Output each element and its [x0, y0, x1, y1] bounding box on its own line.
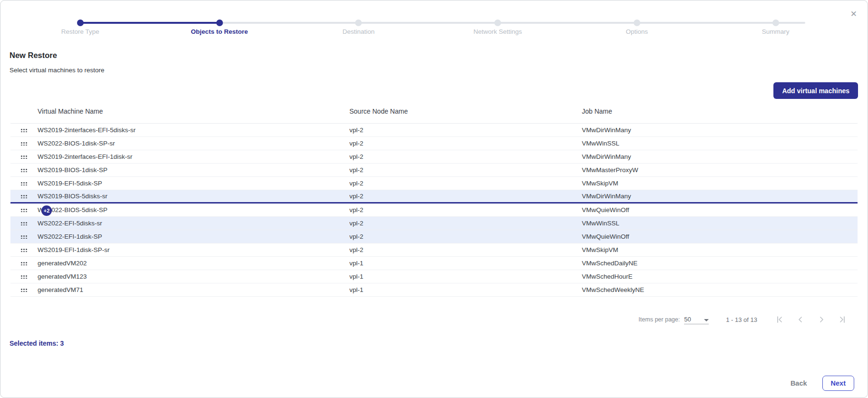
source-node-cell: vpl-2 [349, 233, 582, 240]
step-dot-destination[interactable] [355, 19, 362, 26]
chevron-down-icon [704, 319, 709, 321]
vm-name-cell: generatedVM202 [38, 260, 349, 267]
drag-handle-icon[interactable] [20, 208, 28, 212]
job-name-cell: VMwDirWinMany [582, 126, 858, 134]
step-label-summary: Summary [762, 28, 790, 35]
step-dot-summary[interactable] [772, 19, 779, 26]
first-page-icon[interactable] [775, 315, 784, 324]
table-row[interactable]: WS2019-BIOS-5disks-srvpl-2VMwDirWinMany [10, 190, 858, 204]
table-row[interactable]: generatedVM123vpl-1VMwSchedHourE [10, 270, 858, 283]
source-node-cell: vpl-2 [349, 153, 582, 160]
vm-name-cell: WS2022-EFI-5disks-sr [38, 220, 349, 227]
job-name-cell: VMwWinSSL [582, 220, 858, 227]
job-name-cell: VMwDirWinMany [582, 193, 858, 200]
paginator: Items per page: 50 1 - 13 of 13 [638, 312, 847, 327]
drag-handle-icon[interactable] [20, 261, 28, 265]
drag-handle-cell [10, 234, 38, 239]
drag-handle-icon[interactable] [20, 155, 28, 159]
job-name-cell: VMwDirWinMany [582, 153, 858, 160]
drag-handle-icon[interactable] [20, 274, 28, 279]
vm-name-cell: WS2019-BIOS-5disks-sr [38, 193, 349, 200]
table-row[interactable]: WS2019-EFI-1disk-SP-srvpl-2VMwSkipVM [10, 243, 858, 257]
job-name-cell: VMwQuieWinOff [582, 206, 858, 214]
drag-handle-icon[interactable] [20, 128, 28, 132]
source-node-cell: vpl-1 [349, 273, 582, 280]
step-label-objects-to-restore: Objects to Restore [191, 28, 248, 35]
previous-page-icon[interactable] [796, 315, 805, 324]
drag-handle-icon[interactable] [20, 141, 28, 146]
job-name-cell: VMwWinSSL [582, 140, 858, 147]
table-row[interactable]: WS2019-2interfaces-EFI-1disk-srvpl-2VMwD… [10, 150, 858, 164]
page-subtitle: Select virtual machines to restore [10, 67, 105, 74]
step-label-options: Options [626, 28, 648, 35]
footer: Back Next [788, 376, 854, 391]
table-row[interactable]: WS2022-BIOS-1disk-SP-srvpl-2VMwWinSSL [10, 137, 858, 150]
drag-handle-cell [10, 248, 38, 252]
table-row[interactable]: WS2022-EFI-1disk-SPvpl-2VMwQuieWinOff [10, 230, 858, 243]
new-restore-dialog: Restore TypeObjects to RestoreDestinatio… [0, 0, 868, 398]
paginator-nav [775, 315, 847, 324]
table-row[interactable]: WS2019-BIOS-1disk-SPvpl-2VMwMasterProxyW [10, 164, 858, 177]
stepper-connector [220, 22, 359, 24]
next-page-icon[interactable] [817, 315, 826, 324]
vm-name-cell: WS2019-EFI-5disk-SP [38, 180, 349, 187]
column-header-vm-name: Virtual Machine Name [38, 107, 349, 115]
step-dot-network-settings[interactable] [494, 19, 501, 26]
page-title: New Restore [10, 51, 57, 60]
step-dot-restore-type[interactable] [77, 19, 84, 26]
step-label-destination: Destination [343, 28, 375, 35]
items-per-page-select[interactable]: 50 [684, 315, 709, 324]
drag-handle-cell [10, 141, 38, 146]
drag-handle-icon[interactable] [20, 248, 28, 252]
drag-handle-cell [10, 274, 38, 279]
drag-handle-cell [10, 155, 38, 159]
table-row[interactable]: WS2019-2interfaces-EFI-5disks-srvpl-2VMw… [10, 124, 858, 137]
close-icon[interactable]: ✕ [850, 10, 857, 18]
vm-table: Virtual Machine Name Source Node Name Jo… [10, 99, 858, 297]
drag-handle-icon[interactable] [20, 234, 28, 239]
source-node-cell: vpl-2 [349, 166, 582, 174]
stepper-connector [776, 22, 805, 24]
last-page-icon[interactable] [838, 315, 847, 324]
vm-name-cell: WS2019-BIOS-1disk-SP [38, 166, 349, 174]
stepper-connector [637, 22, 776, 24]
vm-name-cell: WS2022-EFI-1disk-SP [38, 233, 349, 240]
drag-handle-icon[interactable] [20, 221, 28, 225]
table-row[interactable]: generatedVM71vpl-1VMwSchedWeeklyNE [10, 283, 858, 297]
drag-handle-icon[interactable] [20, 194, 28, 198]
table-row[interactable]: WS2022-BIOS-5disk-SPvpl-2VMwQuieWinOff+2 [10, 204, 858, 217]
drag-handle-icon[interactable] [20, 181, 28, 185]
table-row[interactable]: generatedVM202vpl-1VMwSchedDailyNE [10, 257, 858, 270]
source-node-cell: vpl-2 [349, 193, 582, 200]
step-dot-objects-to-restore[interactable] [216, 19, 223, 26]
job-name-cell: VMwSchedHourE [582, 273, 858, 280]
paginator-range-label: 1 - 13 of 13 [726, 316, 757, 323]
items-per-page-label: Items per page: [638, 316, 680, 323]
job-name-cell: VMwSchedWeeklyNE [582, 286, 858, 293]
step-dot-options[interactable] [634, 19, 640, 26]
table-row[interactable]: WS2022-EFI-5disks-srvpl-2VMwWinSSL [10, 217, 858, 230]
source-node-cell: vpl-2 [349, 126, 582, 134]
next-button[interactable]: Next [822, 376, 854, 391]
drag-handle-icon[interactable] [20, 288, 28, 292]
items-per-page-value: 50 [684, 316, 691, 323]
drag-handle-icon[interactable] [20, 168, 28, 172]
wizard-stepper: Restore TypeObjects to RestoreDestinatio… [0, 0, 868, 39]
table-header-row: Virtual Machine Name Source Node Name Jo… [10, 99, 858, 124]
add-virtual-machines-button[interactable]: Add virtual machines [773, 82, 858, 99]
drag-handle-cell [10, 181, 38, 185]
vm-name-cell: WS2019-2interfaces-EFI-1disk-sr [38, 153, 349, 160]
stepper-connector [80, 22, 220, 24]
source-node-cell: vpl-1 [349, 260, 582, 267]
vm-name-cell: generatedVM123 [38, 273, 349, 280]
back-button[interactable]: Back [788, 379, 810, 388]
table-row[interactable]: WS2019-EFI-5disk-SPvpl-2VMwSkipVM [10, 177, 858, 190]
source-node-cell: vpl-2 [349, 220, 582, 227]
column-header-job-name: Job Name [582, 107, 858, 115]
source-node-cell: vpl-1 [349, 286, 582, 293]
drag-handle-cell [10, 194, 38, 198]
drag-handle-cell [10, 128, 38, 132]
source-node-cell: vpl-2 [349, 206, 582, 214]
drag-handle-cell [10, 221, 38, 225]
column-header-source-node: Source Node Name [349, 107, 582, 115]
